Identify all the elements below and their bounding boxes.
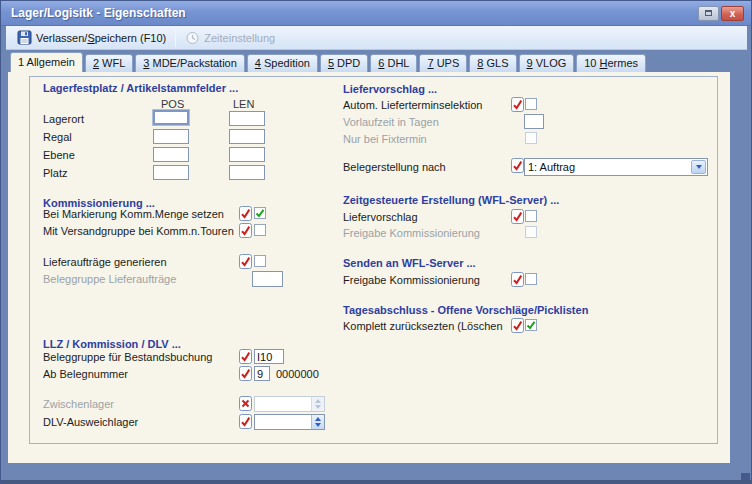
ebene-pos-input[interactable] — [153, 147, 189, 162]
zeit-liefervorschlag-checkbox[interactable] — [525, 210, 537, 222]
close-button[interactable]: x — [721, 6, 744, 21]
komplett-zuruecksetzen-checkbox[interactable] — [525, 319, 537, 331]
tab-mde-packstation[interactable]: 3 MDE/Packstation — [135, 54, 245, 72]
window-title: Lager/Logisitk - Eigenschaften — [11, 1, 186, 26]
spin-down-icon — [315, 405, 321, 409]
save-exit-button[interactable]: Verlassen/Speichern (F10) — [11, 28, 172, 48]
label-ebene: Ebene — [43, 149, 75, 161]
time-settings-label: Zeiteinstellung — [204, 32, 275, 44]
label-komplett-zuruecksetzen: Komplett zurücksezten (Löschen — [343, 320, 503, 332]
doc-check-icon[interactable] — [511, 318, 524, 333]
client-area: Verlassen/Speichern (F10) Zeiteinstellun… — [6, 26, 747, 463]
doc-check-icon[interactable] — [511, 272, 524, 287]
spinner-buttons[interactable] — [311, 415, 324, 429]
toolbar-separator — [175, 29, 176, 47]
tab-wfl[interactable]: 2 WFL — [85, 54, 133, 72]
regal-len-input[interactable] — [229, 129, 265, 144]
komm-menge-checkbox[interactable] — [254, 207, 266, 219]
tab-strip: 1 Allgemein 2 WFL 3 MDE/Packstation 4 Sp… — [10, 52, 646, 72]
label-belegerstellung-nach: Belegerstellung nach — [343, 161, 446, 173]
label-komm-menge: Bei Markierung Komm.Menge setzen — [43, 208, 224, 220]
label-versandgruppe: Mit Versandgruppe bei Komm.n.Touren — [43, 225, 234, 237]
heading-liefervorschlag: Liefervorschlag ... — [343, 83, 437, 95]
label-ab-belegnummer: Ab Belegnummer — [43, 368, 128, 380]
label-senden-freigabe-komm: Freigabe Kommissionierung — [343, 274, 480, 286]
label-nur-bei-fixtermin: Nur bei Fixtermin — [343, 133, 427, 145]
beleggruppe-bestand-input[interactable] — [254, 349, 284, 364]
ab-belegnummer-input[interactable] — [254, 366, 270, 381]
senden-freigabe-komm-checkbox[interactable] — [525, 273, 537, 285]
restore-button[interactable] — [698, 6, 719, 21]
heading-lagerfestplatz: Lagerfestplatz / Artikelstammfelder ... — [43, 82, 238, 94]
doc-check-icon[interactable] — [239, 223, 252, 238]
zwischenlager-spinner[interactable] — [254, 396, 325, 412]
label-platz: Platz — [43, 167, 67, 179]
label-vorlaufzeit: Vorlaufzeit in Tagen — [343, 116, 439, 128]
lagerort-len-input[interactable] — [229, 111, 265, 126]
save-icon — [17, 30, 32, 45]
column-header-len: LEN — [233, 98, 254, 110]
belegerstellung-dropdown[interactable]: 1: Auftrag — [524, 158, 708, 176]
beleggruppe-lieferauftraege-input[interactable] — [252, 271, 283, 287]
lagerort-pos-input[interactable] — [153, 110, 189, 125]
tab-page-allgemein: Lagerfestplatz / Artikelstammfelder ... … — [8, 72, 730, 463]
zeit-freigabe-komm-checkbox[interactable] — [525, 226, 537, 238]
tab-spedition[interactable]: 4 Spedition — [247, 54, 318, 72]
spinner-buttons[interactable] — [311, 397, 324, 411]
time-settings-button[interactable]: Zeiteinstellung — [179, 28, 281, 48]
label-lagerort: Lagerort — [43, 113, 84, 125]
spin-down-icon — [315, 423, 321, 427]
dlv-ausweichlager-spinner[interactable] — [254, 414, 325, 430]
doc-check-icon[interactable] — [239, 414, 252, 429]
tab-ups[interactable]: 7 UPS — [419, 54, 467, 72]
titlebar[interactable]: Lager/Logisitk - Eigenschaften x — [1, 1, 751, 26]
doc-check-icon[interactable] — [511, 97, 524, 112]
restore-icon — [705, 10, 712, 16]
ebene-len-input[interactable] — [229, 147, 265, 162]
doc-check-icon[interactable] — [239, 206, 252, 221]
tab-dpd[interactable]: 5 DPD — [320, 54, 368, 72]
tab-dhl[interactable]: 6 DHL — [370, 54, 417, 72]
label-regal: Regal — [43, 131, 72, 143]
label-zeit-liefervorschlag: Liefervorschlag — [343, 211, 418, 223]
belegnummer-suffix: 0000000 — [276, 368, 319, 380]
spin-up-icon — [315, 417, 321, 421]
tab-hermes[interactable]: 10 Hermes — [576, 54, 646, 72]
tab-vlog[interactable]: 9 VLOG — [519, 54, 575, 72]
regal-pos-input[interactable] — [153, 129, 189, 144]
clock-icon — [185, 30, 200, 46]
label-autom-lieferterminselektion: Autom. Lieferterminselektion — [343, 99, 482, 111]
platz-len-input[interactable] — [229, 165, 265, 180]
resize-grip[interactable] — [741, 473, 750, 482]
chevron-down-icon — [696, 165, 702, 169]
label-zwischenlager: Zwischenlager — [43, 398, 114, 410]
label-beleggruppe-lieferauftraege: Beleggruppe Lieferaufträge — [43, 273, 176, 285]
belegerstellung-selected-value: 1: Auftrag — [528, 160, 575, 175]
heading-llz: LLZ / Kommission / DLV ... — [43, 338, 181, 350]
tab-gls[interactable]: 8 GLS — [469, 54, 516, 72]
doc-check-icon[interactable] — [239, 254, 252, 269]
app-window: Lager/Logisitk - Eigenschaften x Verlass… — [0, 0, 752, 484]
doc-check-icon[interactable] — [239, 349, 252, 364]
label-lieferauftraege: Lieferaufträge generieren — [43, 256, 167, 268]
heading-zeitgesteuert: Zeitgesteuerte Erstellung (WFL-Server) .… — [343, 194, 559, 206]
vorlaufzeit-input[interactable] — [524, 114, 544, 129]
doc-check-icon[interactable] — [511, 158, 524, 173]
doc-check-icon[interactable] — [239, 366, 252, 381]
versandgruppe-checkbox[interactable] — [254, 224, 266, 236]
heading-tagesabschluss: Tagesabschluss - Offene Vorschläge/Pickl… — [343, 304, 588, 316]
doc-check-icon[interactable] — [511, 209, 524, 224]
toolbar: Verlassen/Speichern (F10) Zeiteinstellun… — [6, 26, 747, 50]
tab-allgemein[interactable]: 1 Allgemein — [10, 52, 83, 72]
heading-senden-wfl: Senden an WFL-Server ... — [343, 257, 476, 269]
spin-up-icon — [315, 399, 321, 403]
save-label: Verlassen/ — [36, 32, 87, 44]
column-header-pos: POS — [161, 98, 184, 110]
fixtermin-checkbox[interactable] — [525, 132, 537, 144]
lieferterminselektion-checkbox[interactable] — [525, 98, 537, 110]
label-zeit-freigabe-komm: Freigabe Kommissionierung — [343, 227, 480, 239]
lieferauftraege-checkbox[interactable] — [254, 255, 266, 267]
platz-pos-input[interactable] — [153, 165, 189, 180]
dropdown-button[interactable] — [691, 160, 706, 174]
doc-x-icon[interactable] — [239, 396, 252, 411]
